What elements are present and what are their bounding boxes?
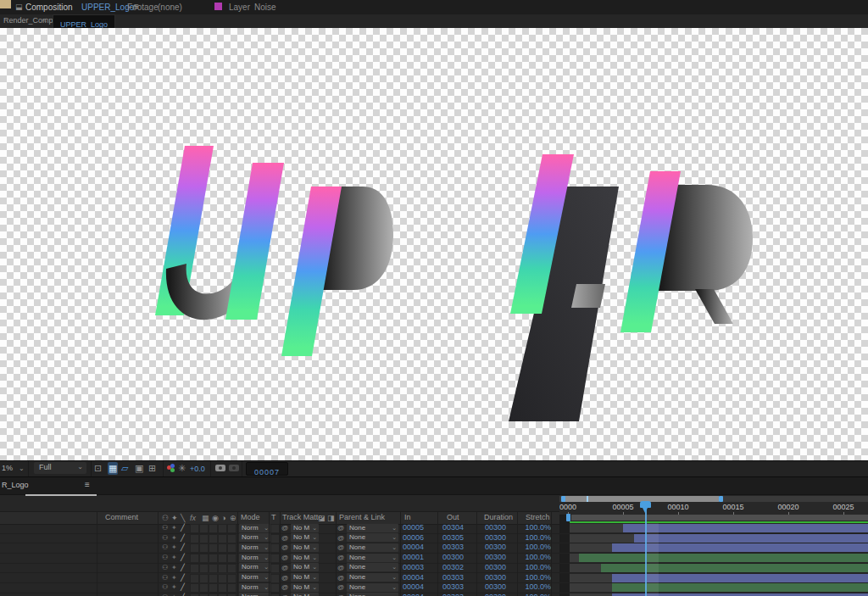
tab-footage-name[interactable]: (none) — [158, 3, 182, 12]
shy-icon[interactable]: ⚇ — [162, 563, 168, 572]
collapse-icon[interactable]: ✦ — [171, 523, 177, 532]
column-in[interactable]: In — [404, 513, 411, 521]
mode-dropdown[interactable]: Norm⌄ — [239, 563, 270, 571]
magnification-dropdown[interactable]: 1% — [2, 464, 13, 472]
out-value[interactable]: 00304 — [430, 523, 464, 532]
shy-icon[interactable]: ⚇ — [162, 553, 168, 562]
track-matte-dropdown[interactable]: No M⌄ — [291, 573, 319, 582]
mode-dropdown[interactable]: Norm⌄ — [239, 593, 270, 596]
track-matte-dropdown[interactable]: No M⌄ — [291, 533, 319, 542]
shy-icon[interactable]: ⚇ — [162, 573, 168, 582]
track-matte-dropdown[interactable]: No M⌄ — [291, 593, 319, 596]
stretch-value[interactable]: 100.0% — [513, 593, 551, 596]
layer-switch-cell[interactable] — [190, 543, 199, 553]
column-out[interactable]: Out — [447, 513, 459, 521]
layer-switch-cell[interactable] — [190, 524, 199, 533]
alpha-matte-icon[interactable]: ◪ — [318, 513, 326, 523]
in-value[interactable]: 00004 — [390, 582, 424, 592]
pickwhip-icon[interactable]: @ — [337, 582, 344, 592]
t-switch-cell[interactable] — [270, 564, 280, 573]
layer-switch-cell[interactable] — [218, 564, 227, 573]
layer-switch-cell[interactable] — [227, 574, 236, 583]
stretch-value[interactable]: 100.0% — [513, 523, 551, 532]
layer-switch-cell[interactable] — [218, 574, 227, 583]
collapse-icon[interactable]: ✦ — [171, 513, 178, 523]
duration-value[interactable]: 00300 — [472, 582, 506, 592]
out-value[interactable]: 00303 — [430, 582, 464, 592]
in-value[interactable]: 00005 — [390, 523, 424, 532]
mode-dropdown[interactable]: Norm⌄ — [239, 524, 270, 532]
quality-icon[interactable]: ╱ — [181, 563, 185, 572]
layer-switch-cell[interactable] — [218, 543, 227, 553]
pickwhip-icon[interactable]: @ — [281, 533, 288, 543]
quality-icon[interactable]: ╱ — [181, 582, 185, 592]
layer-switch-cell[interactable] — [227, 524, 236, 533]
quality-icon[interactable]: ╱ — [181, 533, 185, 543]
guides-options-icon[interactable]: ⊞ — [148, 462, 156, 475]
duration-value[interactable]: 00300 — [472, 523, 506, 532]
playhead-handle[interactable] — [640, 501, 651, 508]
layer-switch-cell[interactable] — [199, 543, 209, 553]
layer-duration-bar[interactable] — [579, 554, 868, 562]
current-time-field[interactable]: 00007 — [246, 462, 288, 476]
out-value[interactable]: 00303 — [430, 573, 464, 582]
t-switch-cell[interactable] — [270, 583, 280, 593]
layer-switch-cell[interactable] — [209, 564, 218, 573]
stretch-value[interactable]: 100.0% — [513, 582, 551, 592]
luma-matte-icon[interactable]: ◨ — [327, 513, 335, 523]
stretch-value[interactable]: 100.0% — [513, 553, 551, 562]
layer-switch-cell[interactable] — [227, 534, 236, 543]
layer-switch-cell[interactable] — [218, 583, 227, 593]
layer-switch-cell[interactable] — [199, 583, 209, 593]
quality-icon[interactable]: ╱ — [181, 543, 185, 552]
threed-layer-icon[interactable]: ⊕ — [230, 513, 236, 523]
collapse-icon[interactable]: ✦ — [171, 563, 177, 572]
layer-switch-cell[interactable] — [209, 524, 218, 533]
layer-switch-cell[interactable] — [227, 543, 236, 553]
quality-icon[interactable]: ╱ — [181, 523, 185, 532]
transparency-grid-icon[interactable]: ▦ — [108, 462, 118, 475]
fx-icon[interactable]: fx — [190, 513, 196, 523]
pickwhip-icon[interactable]: @ — [337, 533, 344, 543]
column-parent-link[interactable]: Parent & Link — [339, 513, 385, 521]
pickwhip-icon[interactable]: @ — [281, 593, 288, 596]
column-track-matte[interactable]: Track Matte — [282, 513, 322, 521]
track-matte-dropdown[interactable]: No M⌄ — [291, 563, 319, 571]
track-matte-dropdown[interactable]: No M⌄ — [291, 554, 319, 562]
column-t[interactable]: T — [271, 513, 276, 521]
stretch-value[interactable]: 100.0% — [513, 573, 551, 582]
t-switch-cell[interactable] — [270, 554, 280, 563]
column-mode[interactable]: Mode — [241, 513, 260, 521]
duration-value[interactable]: 00300 — [472, 533, 506, 543]
layer-switch-cell[interactable] — [227, 564, 236, 573]
quality-icon[interactable]: ╱ — [181, 553, 185, 562]
pickwhip-icon[interactable]: @ — [281, 563, 288, 572]
layer-switch-cell[interactable] — [199, 534, 209, 543]
stretch-value[interactable]: 100.0% — [513, 533, 551, 543]
tab-layer-name[interactable]: Noise — [254, 3, 276, 12]
layer-switch-cell[interactable] — [199, 564, 209, 573]
mode-dropdown[interactable]: Norm⌄ — [239, 573, 270, 582]
column-duration[interactable]: Duration — [484, 513, 513, 521]
navigator-right-handle[interactable] — [719, 496, 723, 502]
tab-composition-name[interactable]: UPPER_Logo — [81, 3, 134, 12]
out-value[interactable]: 00300 — [430, 553, 464, 562]
exposure-icon[interactable]: ✳ — [178, 462, 186, 475]
pickwhip-icon[interactable]: @ — [281, 523, 288, 532]
layer-switch-cell[interactable] — [190, 574, 199, 583]
breadcrumb-active-comp[interactable]: UPPER_Logo — [53, 14, 115, 29]
resolution-dropdown[interactable]: Full ⌄ — [34, 462, 86, 474]
column-comment[interactable]: Comment — [105, 513, 138, 521]
collapse-icon[interactable]: ✦ — [171, 582, 177, 592]
exposure-value[interactable]: +0.0 — [190, 465, 205, 473]
out-value[interactable]: 00303 — [430, 593, 464, 596]
collapse-icon[interactable]: ✦ — [171, 543, 177, 552]
duration-value[interactable]: 00300 — [472, 543, 506, 552]
pickwhip-icon[interactable]: @ — [281, 553, 288, 562]
pickwhip-icon[interactable]: @ — [337, 553, 344, 562]
mode-dropdown[interactable]: Norm⌄ — [239, 583, 270, 592]
layer-switch-cell[interactable] — [209, 554, 218, 563]
lock-icon[interactable]: ⬓ — [15, 3, 23, 11]
in-value[interactable]: 00003 — [390, 563, 424, 572]
mode-dropdown[interactable]: Norm⌄ — [239, 554, 270, 562]
